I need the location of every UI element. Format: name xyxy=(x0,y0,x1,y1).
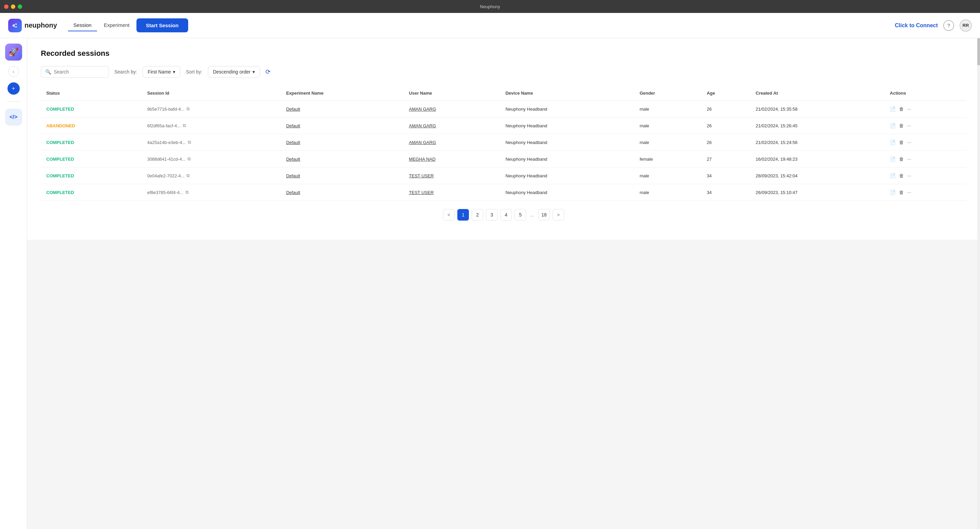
delete-session-button-3[interactable]: 🗑 xyxy=(899,156,904,162)
experiment-link-4[interactable]: Default xyxy=(286,173,300,178)
cell-age-0: 26 xyxy=(701,101,750,118)
search-box[interactable]: 🔍 xyxy=(41,66,109,78)
user-link-0[interactable]: AMAN GARG xyxy=(409,107,436,112)
sessions-table: Status Session Id Experiment Name User N… xyxy=(41,86,966,201)
view-session-button-0[interactable]: 📄 xyxy=(890,106,896,112)
user-link-4[interactable]: TEST USER xyxy=(409,173,434,178)
cell-created-at-3: 16/02/2024, 19:48:23 xyxy=(750,151,885,167)
start-session-button[interactable]: Start Session xyxy=(137,18,188,32)
logo[interactable]: neuphony xyxy=(8,19,57,32)
view-session-button-4[interactable]: 📄 xyxy=(890,173,896,178)
actions-group-4: 📄 🗑 ··· xyxy=(890,173,961,178)
cell-experiment-1: Default xyxy=(281,118,404,134)
user-link-2[interactable]: AMAN GARG xyxy=(409,140,436,145)
more-options-button-1[interactable]: ··· xyxy=(907,123,911,128)
status-badge-1: ABANDONED xyxy=(46,123,75,128)
view-session-button-1[interactable]: 📄 xyxy=(890,123,896,128)
cell-actions-0: 📄 🗑 ··· xyxy=(885,101,966,118)
actions-group-1: 📄 🗑 ··· xyxy=(890,123,961,128)
col-actions: Actions xyxy=(885,86,966,101)
cell-created-at-4: 28/09/2023, 15:42:04 xyxy=(750,167,885,184)
pagination-page-4[interactable]: 4 xyxy=(500,209,512,221)
cell-status-4: COMPLETED xyxy=(41,167,142,184)
col-age: Age xyxy=(701,86,750,101)
sidebar-code-item[interactable]: </> xyxy=(5,108,22,126)
delete-session-button-0[interactable]: 🗑 xyxy=(899,106,904,112)
experiment-link-0[interactable]: Default xyxy=(286,107,300,112)
cell-session-id-4: 0e04afe2-7022-4... ⧉ xyxy=(142,167,280,184)
copy-session-id-button-1[interactable]: ⧉ xyxy=(183,123,186,128)
more-options-button-5[interactable]: ··· xyxy=(907,190,911,195)
delete-session-button-1[interactable]: 🗑 xyxy=(899,123,904,128)
user-link-1[interactable]: AMAN GARG xyxy=(409,123,436,128)
sidebar-app-icon[interactable]: 🚀 xyxy=(5,43,22,61)
sidebar-expand-button[interactable]: › xyxy=(8,66,19,77)
actions-group-5: 📄 🗑 ··· xyxy=(890,190,961,195)
more-options-button-0[interactable]: ··· xyxy=(907,106,911,112)
user-avatar[interactable]: RR xyxy=(959,19,972,32)
table-row: COMPLETED 0e04afe2-7022-4... ⧉ Default T… xyxy=(41,167,966,184)
refresh-button[interactable]: ⟳ xyxy=(266,68,270,76)
experiment-link-3[interactable]: Default xyxy=(286,156,300,162)
pagination-page-18[interactable]: 18 xyxy=(538,209,550,221)
nav-experiment[interactable]: Experiment xyxy=(98,19,135,31)
experiment-link-5[interactable]: Default xyxy=(286,190,300,195)
more-options-button-2[interactable]: ··· xyxy=(907,140,911,145)
copy-session-id-button-4[interactable]: ⧉ xyxy=(186,173,189,178)
actions-group-0: 📄 🗑 ··· xyxy=(890,106,961,112)
scroll-thumb[interactable] xyxy=(977,38,980,65)
pagination-page-5[interactable]: 5 xyxy=(514,209,526,221)
cell-status-1: ABANDONED xyxy=(41,118,142,134)
maximize-dot[interactable] xyxy=(18,5,22,9)
cell-status-2: COMPLETED xyxy=(41,134,142,151)
main-content: Recorded sessions 🔍 Search by: First Nam… xyxy=(27,38,980,240)
cell-actions-4: 📄 🗑 ··· xyxy=(885,167,966,184)
sidebar-add-button[interactable]: + xyxy=(8,82,20,95)
sort-by-value: Descending order xyxy=(213,69,251,75)
cell-age-2: 26 xyxy=(701,134,750,151)
pagination-page-3[interactable]: 3 xyxy=(486,209,498,221)
pagination-prev[interactable]: < xyxy=(443,209,455,221)
topnav: neuphony Session Experiment Start Sessio… xyxy=(0,13,980,38)
cell-gender-0: male xyxy=(634,101,701,118)
table-row: COMPLETED ef8e3785-66f4-4... ⧉ Default T… xyxy=(41,184,966,201)
search-input[interactable] xyxy=(54,69,105,75)
copy-session-id-button-3[interactable]: ⧉ xyxy=(188,156,191,162)
more-options-button-4[interactable]: ··· xyxy=(907,173,911,178)
refresh-icon: ⟳ xyxy=(266,69,270,75)
pagination-page-1[interactable]: 1 xyxy=(457,209,469,221)
copy-session-id-button-5[interactable]: ⧉ xyxy=(185,190,189,195)
page-title: Recorded sessions xyxy=(41,49,966,58)
col-gender: Gender xyxy=(634,86,701,101)
cell-user-5: TEST USER xyxy=(404,184,500,201)
cell-session-id-3: 3088d641-41cd-4... ⧉ xyxy=(142,151,280,167)
delete-session-button-4[interactable]: 🗑 xyxy=(899,173,904,178)
experiment-link-1[interactable]: Default xyxy=(286,123,300,128)
col-status: Status xyxy=(41,86,142,101)
nav-session[interactable]: Session xyxy=(68,19,97,31)
pagination-page-2[interactable]: 2 xyxy=(472,209,483,221)
col-user-name: User Name xyxy=(404,86,500,101)
close-dot[interactable] xyxy=(4,5,8,9)
view-session-button-3[interactable]: 📄 xyxy=(890,156,896,162)
help-button[interactable]: ? xyxy=(943,20,954,31)
delete-session-button-5[interactable]: 🗑 xyxy=(899,190,904,195)
experiment-link-2[interactable]: Default xyxy=(286,140,300,145)
cell-gender-5: male xyxy=(634,184,701,201)
pagination-next[interactable]: > xyxy=(553,209,564,221)
scroll-track[interactable] xyxy=(977,38,980,529)
cell-age-5: 34 xyxy=(701,184,750,201)
click-to-connect-button[interactable]: Click to Connect xyxy=(895,22,938,29)
user-link-3[interactable]: MEGHA NAD xyxy=(409,156,436,162)
copy-session-id-button-0[interactable]: ⧉ xyxy=(186,106,189,112)
cell-created-at-0: 21/02/2024, 15:35:58 xyxy=(750,101,885,118)
search-by-select[interactable]: First Name ▾ xyxy=(143,66,180,78)
minimize-dot[interactable] xyxy=(11,5,15,9)
more-options-button-3[interactable]: ··· xyxy=(907,156,911,162)
view-session-button-5[interactable]: 📄 xyxy=(890,190,896,195)
view-session-button-2[interactable]: 📄 xyxy=(890,140,896,145)
delete-session-button-2[interactable]: 🗑 xyxy=(899,140,904,145)
user-link-5[interactable]: TEST USER xyxy=(409,190,434,195)
sort-by-select[interactable]: Descending order ▾ xyxy=(208,66,260,78)
copy-session-id-button-2[interactable]: ⧉ xyxy=(188,140,191,145)
